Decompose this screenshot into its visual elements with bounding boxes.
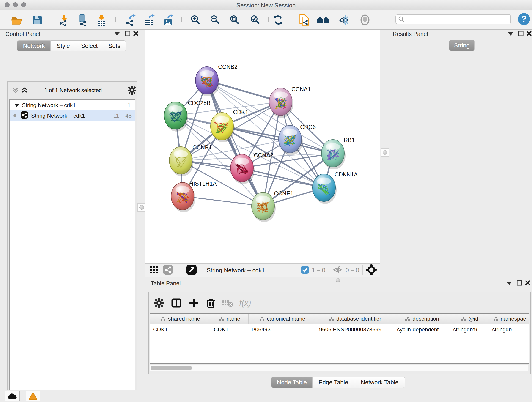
- panel-close-icon[interactable]: [524, 280, 532, 286]
- add-column-icon[interactable]: [187, 296, 201, 310]
- hidden-eye-icon[interactable]: [332, 266, 343, 275]
- network-graph[interactable]: CCNB2CCNA1CDC25BCDK1CDC6RB1CCNB1CCNA2CDK…: [145, 30, 380, 263]
- table-cell[interactable]: CDK1: [150, 324, 211, 335]
- network-view-toolbar: String Network – cdk1 1 – 0 0 – 0: [145, 263, 380, 277]
- table-panel: Table Panel f(x) shared namenamecanonica…: [145, 279, 532, 375]
- table-row[interactable]: CDK1CDK1P064939606.ENSP00000378699cyclin…: [150, 324, 529, 335]
- network-node-label: CCNE1: [274, 190, 293, 197]
- node-highlight: [273, 92, 288, 99]
- function-builder-icon[interactable]: f(x): [238, 296, 252, 310]
- import-network-database-icon[interactable]: [76, 13, 89, 27]
- expand-all-networks-icon[interactable]: [21, 87, 28, 95]
- table-cell[interactable]: stringdb:9...: [450, 324, 489, 335]
- export-table-icon[interactable]: [143, 13, 156, 27]
- table-panel-title: Table Panel: [151, 280, 181, 287]
- string-import-icon[interactable]: [298, 13, 311, 27]
- panel-float-icon[interactable]: [517, 30, 525, 37]
- table-cell[interactable]: stringdb: [489, 324, 529, 335]
- open-full-view-icon[interactable]: [186, 265, 196, 276]
- table-cell[interactable]: cyclin-dependent ...: [394, 324, 450, 335]
- tree-expand-icon[interactable]: [15, 102, 19, 108]
- tab-select[interactable]: Select: [76, 40, 103, 51]
- grid-view-icon[interactable]: [150, 265, 160, 275]
- right-splitter-knob[interactable]: [381, 148, 389, 157]
- table-cell[interactable]: CDK1: [211, 324, 249, 335]
- zoom-out-icon[interactable]: [209, 13, 222, 27]
- collapse-all-networks-icon[interactable]: [12, 87, 19, 95]
- main-toolbar: ?: [0, 10, 532, 30]
- delete-table-icon[interactable]: [221, 296, 234, 310]
- open-session-icon[interactable]: [10, 13, 24, 27]
- table-gear-icon[interactable]: [152, 296, 166, 310]
- column-type-icon: [259, 316, 264, 321]
- panel-collapse-icon[interactable]: [113, 31, 121, 37]
- table-cell[interactable]: 9606.ENSP00000378699: [317, 324, 394, 335]
- tab-style[interactable]: Style: [51, 40, 76, 51]
- selected-checkbox-icon[interactable]: [301, 266, 309, 274]
- panel-float-icon[interactable]: [515, 280, 523, 286]
- show-columns-icon[interactable]: [170, 296, 183, 310]
- application-window: Session: New Session ? Control Panel: [0, 0, 532, 402]
- panel-collapse-icon[interactable]: [507, 31, 515, 37]
- network-label: String Network – cdk1: [31, 113, 85, 119]
- column-header[interactable]: @id: [450, 313, 489, 324]
- network-node-label: CDK1: [233, 109, 248, 115]
- center-view-icon[interactable]: [366, 264, 377, 276]
- column-header[interactable]: namespac: [489, 313, 529, 324]
- toolbar-separator: [49, 14, 50, 26]
- refresh-icon[interactable]: [272, 13, 285, 27]
- column-type-icon: [493, 316, 498, 321]
- search-box[interactable]: [395, 14, 511, 24]
- network-canvas[interactable]: CCNB2CCNA1CDC25BCDK1CDC6RB1CCNB1CCNA2CDK…: [145, 30, 380, 263]
- export-image-icon[interactable]: [162, 13, 175, 27]
- network-row[interactable]: String Network – cdk1 11 48: [10, 110, 135, 121]
- tab-string[interactable]: String: [449, 40, 475, 51]
- node-highlight: [215, 116, 229, 123]
- export-network-icon[interactable]: [124, 13, 138, 27]
- left-splitter-knob[interactable]: [138, 203, 146, 211]
- network-tree: String Network – cdk1 1 String Network –…: [9, 99, 135, 402]
- string-view-icon[interactable]: [163, 265, 173, 275]
- help-icon[interactable]: ?: [517, 12, 531, 26]
- network-view-title: String Network – cdk1: [207, 267, 265, 274]
- column-header[interactable]: description: [394, 313, 450, 324]
- column-header[interactable]: database identifier: [317, 313, 394, 324]
- table-cell[interactable]: P06493: [249, 324, 317, 335]
- tab-network-table[interactable]: Network Table: [354, 377, 405, 388]
- table-hscrollbar[interactable]: [150, 365, 528, 371]
- network-collection-row[interactable]: String Network – cdk1 1: [10, 100, 135, 110]
- column-header-label: description: [412, 316, 439, 322]
- tab-edge-table[interactable]: Edge Table: [312, 377, 354, 388]
- search-icon: [398, 16, 405, 22]
- hide-selected-icon[interactable]: [337, 13, 351, 27]
- save-session-icon[interactable]: [31, 13, 44, 27]
- panel-collapse-icon[interactable]: [505, 280, 513, 287]
- tab-network[interactable]: Network: [17, 40, 51, 51]
- warning-button[interactable]: [26, 391, 40, 401]
- node-highlight: [176, 186, 190, 193]
- network-edge[interactable]: [207, 80, 263, 206]
- zoom-in-icon[interactable]: [189, 13, 202, 27]
- table-hscroll-thumb[interactable]: [151, 366, 192, 370]
- column-header[interactable]: canonical name: [249, 313, 317, 324]
- show-all-icon[interactable]: [358, 13, 372, 27]
- tab-node-table[interactable]: Node Table: [271, 377, 312, 388]
- import-table-icon[interactable]: [95, 13, 108, 27]
- zoom-fit-icon[interactable]: [228, 13, 241, 27]
- first-neighbors-icon[interactable]: [317, 13, 330, 27]
- panel-float-icon[interactable]: [124, 30, 132, 37]
- panel-close-icon[interactable]: [132, 30, 140, 37]
- network-node-label: CCNA1: [291, 86, 311, 92]
- zoom-selected-icon[interactable]: [249, 13, 262, 27]
- import-network-file-icon[interactable]: [57, 13, 71, 27]
- panel-close-icon[interactable]: [525, 30, 532, 37]
- network-options-gear-icon[interactable]: [127, 86, 137, 96]
- tab-sets[interactable]: Sets: [103, 40, 126, 51]
- delete-column-icon[interactable]: [204, 296, 218, 310]
- network-selector-text: 1 of 1 Network selected: [34, 87, 112, 94]
- column-header[interactable]: shared name: [150, 313, 211, 324]
- column-header-label: @id: [468, 316, 478, 322]
- cloud-button[interactable]: [5, 391, 20, 401]
- search-input[interactable]: [405, 16, 505, 23]
- column-header[interactable]: name: [211, 313, 249, 324]
